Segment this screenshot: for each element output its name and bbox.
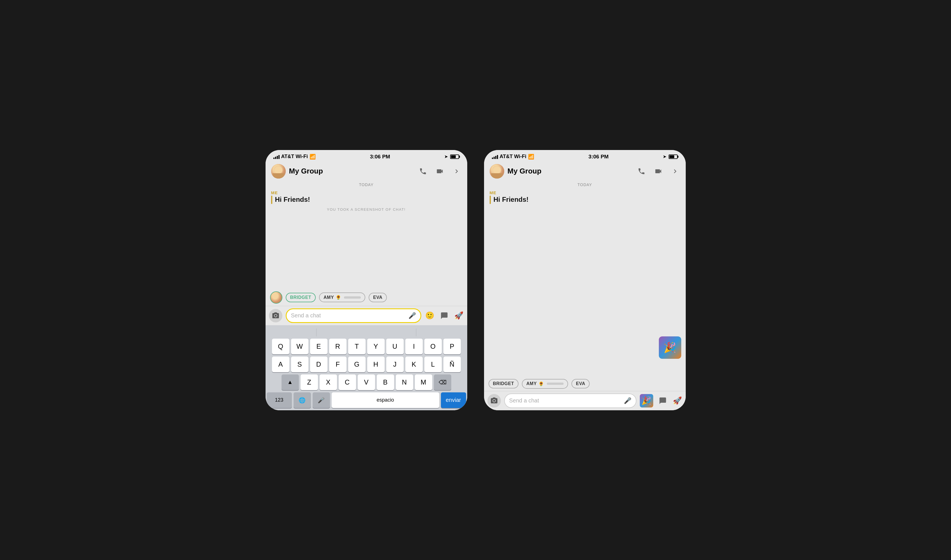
- key-shift[interactable]: ▲: [281, 374, 299, 390]
- key-d[interactable]: D: [310, 357, 327, 372]
- key-a[interactable]: A: [272, 357, 289, 372]
- key-q[interactable]: Q: [272, 338, 289, 354]
- key-mic[interactable]: 🎤: [313, 392, 330, 408]
- carrier-label: AT&T Wi-Fi: [281, 154, 308, 160]
- key-w[interactable]: W: [291, 338, 309, 354]
- left-participants-row: BRIDGET AMY 🌻 EVA: [266, 289, 467, 306]
- key-n[interactable]: N: [396, 374, 413, 390]
- amy-name-right: AMY: [526, 381, 537, 386]
- camera-button-left[interactable]: [269, 309, 283, 322]
- key-backspace[interactable]: ⌫: [434, 374, 451, 390]
- key-f[interactable]: F: [329, 357, 346, 372]
- key-j[interactable]: J: [386, 357, 404, 372]
- sticker-preview-thumb[interactable]: 🎉: [640, 394, 653, 408]
- keyboard-suggestions: [267, 328, 466, 338]
- right-avatar: [489, 164, 504, 178]
- video-icon[interactable]: [435, 166, 445, 176]
- eva-chip-right[interactable]: EVA: [571, 379, 590, 388]
- right-wifi-icon: 📶: [528, 154, 534, 160]
- screenshot-notice: YOU TOOK A SCREENSHOT OF CHAT!: [266, 205, 467, 212]
- sticker-preview-right: 🎉: [659, 336, 681, 359]
- chat-input-left[interactable]: Send a chat 🎤: [286, 308, 421, 323]
- battery-icon: [450, 154, 459, 159]
- mic-icon-left[interactable]: 🎤: [408, 312, 416, 319]
- keyboard-bottom-row: 123 🌐 🎤 espacio enviar: [267, 392, 466, 408]
- amy-chip-left[interactable]: AMY 🌻: [319, 292, 365, 302]
- key-space[interactable]: espacio: [332, 392, 439, 408]
- right-chat-area: TODAY ME Hi Friends! 🎉: [484, 180, 686, 377]
- right-nav-actions: [636, 166, 680, 176]
- key-e[interactable]: E: [310, 338, 327, 354]
- left-avatar: [271, 164, 286, 178]
- right-chevron-right-icon[interactable]: [670, 166, 680, 176]
- key-b[interactable]: B: [377, 374, 394, 390]
- bridget-chip-right[interactable]: BRIDGET: [488, 379, 519, 388]
- key-m[interactable]: M: [415, 374, 432, 390]
- left-keyboard: Q W E R T Y U I O P A S D F G H J K L: [266, 325, 467, 410]
- right-status-bar: AT&T Wi-Fi 📶 3:06 PM ➤: [484, 150, 686, 162]
- phone-icon[interactable]: [418, 166, 428, 176]
- key-x[interactable]: X: [320, 374, 337, 390]
- key-g[interactable]: G: [348, 357, 366, 372]
- right-message-row: Hi Friends!: [489, 195, 680, 204]
- left-chat-area: TODAY ME Hi Friends! YOU TOOK A SCREENSH…: [266, 180, 467, 289]
- key-k[interactable]: K: [405, 357, 423, 372]
- chat-placeholder-left: Send a chat: [291, 312, 406, 319]
- amy-bar-right: [547, 383, 563, 385]
- right-toolbar-icons: 🎉 🚀: [640, 394, 682, 408]
- left-status-bar: AT&T Wi-Fi 📶 3:06 PM ➤: [266, 150, 467, 162]
- key-z[interactable]: Z: [301, 374, 318, 390]
- rocket-icon-right[interactable]: 🚀: [672, 396, 682, 406]
- left-carrier-info: AT&T Wi-Fi 📶: [273, 154, 316, 160]
- suggestion-divider-1: [316, 329, 316, 336]
- key-u[interactable]: U: [386, 338, 404, 354]
- bridget-chip-left[interactable]: BRIDGET: [286, 293, 316, 302]
- keyboard-row-1: Q W E R T Y U I O P: [267, 338, 466, 354]
- keyboard-row-2: A S D F G H J K L Ñ: [267, 357, 466, 372]
- sunflower-icon-right: 🌻: [539, 381, 544, 386]
- left-toolbar-icons: 🙂 🚀: [425, 311, 464, 321]
- key-r[interactable]: R: [329, 338, 346, 354]
- key-v[interactable]: V: [358, 374, 375, 390]
- chevron-right-icon[interactable]: [452, 166, 462, 176]
- sticker-icon-right[interactable]: [658, 396, 668, 406]
- right-phone-icon[interactable]: [636, 166, 647, 176]
- right-message-group: ME Hi Friends!: [484, 189, 686, 205]
- chat-input-right[interactable]: Send a chat 🎤: [504, 394, 636, 408]
- sticker-icon-left[interactable]: [439, 311, 449, 321]
- left-nav-header: My Group: [266, 162, 467, 180]
- phones-container: AT&T Wi-Fi 📶 3:06 PM ➤ My Group: [266, 150, 686, 410]
- key-o[interactable]: O: [425, 338, 442, 354]
- right-message-text: Hi Friends!: [494, 195, 529, 203]
- left-input-bar: Send a chat 🎤 🙂 🚀: [266, 306, 467, 325]
- right-message-sender: ME: [489, 190, 680, 195]
- emoji-icon-left[interactable]: 🙂: [425, 311, 435, 321]
- message-accent: [271, 195, 272, 204]
- key-globe[interactable]: 🌐: [293, 392, 311, 408]
- key-y[interactable]: Y: [367, 338, 384, 354]
- amy-chip-right[interactable]: AMY 🌻: [522, 379, 568, 389]
- rocket-icon-left[interactable]: 🚀: [454, 311, 464, 321]
- camera-button-right[interactable]: [488, 394, 501, 408]
- key-c[interactable]: C: [339, 374, 356, 390]
- key-t[interactable]: T: [348, 338, 366, 354]
- right-date-divider: TODAY: [484, 180, 686, 189]
- chat-placeholder-right: Send a chat: [509, 397, 622, 404]
- bridget-avatar-left: [270, 291, 283, 304]
- key-i[interactable]: I: [405, 338, 423, 354]
- right-group-title: My Group: [508, 167, 636, 175]
- eva-name-right: EVA: [576, 381, 585, 386]
- key-s[interactable]: S: [291, 357, 309, 372]
- key-n-tilde[interactable]: Ñ: [443, 357, 461, 372]
- key-123[interactable]: 123: [267, 392, 292, 408]
- right-location-arrow-icon: ➤: [663, 154, 666, 159]
- mic-icon-right[interactable]: 🎤: [624, 397, 631, 405]
- eva-chip-left[interactable]: EVA: [369, 293, 387, 302]
- keyboard-row-3: ▲ Z X C V B N M ⌫: [267, 374, 466, 390]
- key-h[interactable]: H: [367, 357, 384, 372]
- key-send[interactable]: enviar: [441, 392, 466, 408]
- key-l[interactable]: L: [425, 357, 442, 372]
- key-p[interactable]: P: [443, 338, 461, 354]
- left-message-group: ME Hi Friends!: [266, 189, 467, 205]
- right-video-icon[interactable]: [653, 166, 663, 176]
